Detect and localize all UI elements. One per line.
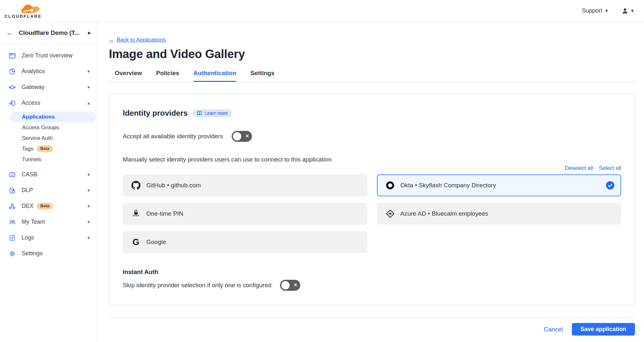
analytics-icon [8, 68, 16, 75]
chevron-up-icon[interactable]: ▲ [87, 101, 91, 105]
chevron-down-icon[interactable]: ▼ [87, 204, 91, 209]
provider-label: GitHub • github.com [146, 182, 201, 189]
back-arrow-icon: ← [109, 37, 114, 43]
sidebar-item-analytics[interactable]: Analytics ▼ [0, 64, 96, 79]
chevron-right-icon[interactable]: ▶ [88, 30, 91, 35]
card-heading: Identity providers [123, 109, 187, 118]
instant-auth-toggle[interactable]: × [280, 280, 300, 291]
footer-action-bar: Cancel Save application [109, 318, 635, 341]
cancel-button[interactable]: Cancel [544, 326, 563, 333]
toggle-off-icon: × [245, 133, 249, 139]
one-time-pin-icon: **** [131, 210, 141, 218]
sidebar-item-dex[interactable]: DEX Beta ▼ [0, 198, 96, 214]
accept-all-label: Accept all available identity providers [123, 133, 223, 140]
sidebar-item-label: Settings [22, 250, 43, 257]
sidebar-item-my-team[interactable]: My Team ▼ [0, 214, 96, 230]
okta-icon [385, 181, 395, 190]
logs-icon [8, 234, 16, 242]
sidebar-item-label: Access [22, 100, 40, 106]
gateway-icon [8, 83, 16, 91]
azure-ad-icon [385, 209, 395, 218]
provider-label: Google [146, 239, 166, 246]
save-application-button[interactable]: Save application [572, 323, 635, 336]
back-link-label: Back to Applications [117, 37, 166, 43]
provider-label: Okta • Skyflash Company Directory [400, 182, 496, 189]
google-icon: G [131, 238, 141, 247]
accept-all-toggle[interactable]: × [232, 131, 252, 142]
select-all-link[interactable]: Select all [599, 165, 621, 171]
instant-auth-label: Skip identity provider selection if only… [123, 282, 272, 289]
overview-icon [8, 52, 16, 60]
providers-grid: GitHub • github.com Okta • Skyflash Comp… [123, 174, 621, 253]
chevron-down-icon[interactable]: ▼ [87, 69, 91, 74]
sidebar-item-label: Zero Trust overview [22, 52, 72, 59]
github-icon [131, 181, 141, 190]
sidebar-item-service-auth[interactable]: Service Auth [0, 133, 96, 143]
back-to-applications-link[interactable]: ← Back to Applications [109, 37, 166, 43]
my-team-icon [8, 218, 16, 226]
chevron-down-icon[interactable]: ▼ [87, 188, 91, 193]
dex-icon [8, 202, 16, 210]
learn-more-link[interactable]: Learn more [193, 109, 232, 117]
main-content: ← Back to Applications Image and Video G… [97, 22, 644, 342]
chevron-down-icon: ▼ [630, 8, 634, 13]
provider-label: One-time PIN [146, 210, 183, 217]
tab-policies[interactable]: Policies [156, 70, 179, 82]
sidebar-item-label: CASB [22, 171, 37, 178]
selected-check-icon [606, 181, 614, 190]
sidebar-item-label: Tunnels [22, 156, 41, 163]
provider-github[interactable]: GitHub • github.com [123, 174, 367, 196]
deselect-all-link[interactable]: Deselect all [565, 165, 593, 171]
sidebar-item-access[interactable]: Access ▲ [0, 95, 96, 111]
sidebar-item-label: DEX [22, 203, 34, 210]
sidebar-item-settings[interactable]: Settings [0, 246, 96, 261]
settings-gear-icon [8, 250, 16, 258]
toggle-knob [281, 281, 290, 289]
sidebar-nav: Zero Trust overview Analytics ▼ Gateway … [0, 44, 96, 261]
sidebar-item-logs[interactable]: Logs ▼ [0, 230, 96, 246]
instant-auth-heading: Instant Auth [123, 269, 621, 276]
sidebar-item-label: Service Auth [22, 135, 53, 142]
tab-overview[interactable]: Overview [115, 70, 142, 82]
sidebar-item-gateway[interactable]: Gateway ▼ [0, 79, 96, 95]
chevron-down-icon: ▼ [604, 8, 609, 13]
provider-azure-ad[interactable]: Azure AD • Bluecalm employees [377, 203, 621, 225]
tab-settings[interactable]: Settings [250, 70, 274, 82]
provider-okta[interactable]: Okta • Skyflash Company Directory [377, 174, 621, 196]
chevron-down-icon[interactable]: ▼ [87, 220, 91, 224]
sidebar-item-label: Applications [22, 114, 55, 120]
pin-stars: **** [132, 216, 139, 218]
learn-more-label: Learn more [205, 111, 228, 116]
chevron-down-icon[interactable]: ▼ [87, 236, 91, 240]
book-icon [197, 111, 202, 116]
chevron-down-icon[interactable]: ▼ [87, 172, 91, 177]
tab-bar: Overview Policies Authentication Setting… [109, 70, 635, 82]
sidebar-item-tags[interactable]: Tags Beta [0, 143, 96, 154]
access-sub-list: Applications Access Groups Service Auth … [0, 112, 96, 165]
dlp-icon [8, 187, 16, 194]
sidebar-item-tunnels[interactable]: Tunnels [0, 154, 96, 165]
user-menu[interactable]: ▼ [621, 7, 634, 15]
tab-authentication[interactable]: Authentication [193, 70, 236, 82]
beta-badge: Beta [37, 203, 53, 209]
provider-google[interactable]: G Google [123, 231, 367, 253]
chevron-down-icon[interactable]: ▼ [87, 85, 91, 90]
support-menu[interactable]: Support ▼ [582, 7, 609, 14]
sidebar-item-label: Analytics [22, 68, 45, 75]
sidebar-item-access-groups[interactable]: Access Groups [0, 122, 96, 133]
provider-one-time-pin[interactable]: **** One-time PIN [123, 203, 367, 225]
account-name[interactable]: Cloudflare Demo (T... [19, 29, 83, 36]
casb-icon [8, 171, 16, 179]
sidebar-item-zero-trust-overview[interactable]: Zero Trust overview [0, 48, 96, 64]
back-arrow-icon[interactable]: ← [6, 29, 14, 37]
sidebar-item-casb[interactable]: CASB ▼ [0, 167, 96, 182]
sidebar-item-applications[interactable]: Applications [10, 112, 96, 122]
identity-providers-card: Identity providers Learn more Accept all… [109, 94, 635, 305]
cloudflare-wordmark: CLOUDFLARE [5, 14, 42, 18]
sidebar-item-dlp[interactable]: DLP ▼ [0, 182, 96, 198]
access-icon [8, 99, 16, 107]
sidebar-item-label: Logs [22, 234, 34, 241]
toggle-off-icon: × [294, 282, 297, 288]
sidebar-item-label: Gateway [22, 84, 44, 91]
support-label: Support [582, 7, 602, 14]
